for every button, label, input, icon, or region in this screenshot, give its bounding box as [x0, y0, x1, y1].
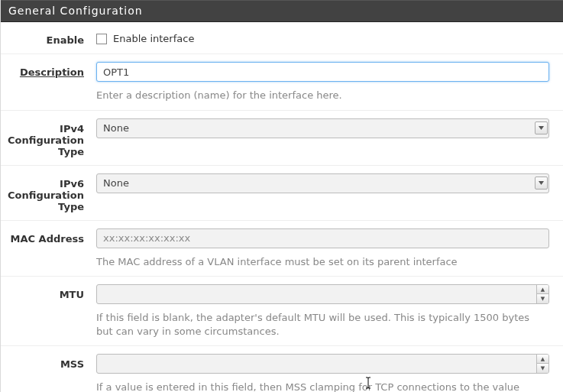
panel-header: General Configuration: [1, 0, 563, 22]
panel-title: General Configuration: [8, 5, 143, 17]
label-ipv4: IPv4 Configuration Type: [1, 118, 96, 157]
chevron-down-icon: [535, 177, 548, 190]
row-description: Description Enter a description (name) f…: [1, 54, 563, 111]
label-ipv6: IPv6 Configuration Type: [1, 173, 96, 212]
svg-marker-0: [539, 126, 544, 130]
row-ipv6-config-type: IPv6 Configuration Type None: [1, 166, 563, 221]
spinner-buttons: ▲ ▼: [536, 355, 548, 373]
ipv6-config-value: None: [103, 177, 129, 189]
mtu-step-up[interactable]: ▲: [537, 285, 548, 294]
label-description: Description: [20, 66, 84, 78]
mtu-input[interactable]: ▲ ▼: [96, 284, 549, 304]
row-enable: Enable Enable interface: [1, 22, 563, 54]
label-enable: Enable: [1, 30, 96, 46]
row-mac-address: MAC Address The MAC address of a VLAN in…: [1, 221, 563, 277]
mss-input[interactable]: ▲ ▼: [96, 354, 549, 374]
mss-help: If a value is entered in this field, the…: [96, 381, 549, 392]
ipv4-config-select[interactable]: None: [96, 118, 549, 138]
config-panel: General Configuration Enable Enable inte…: [0, 0, 563, 392]
mtu-help: If this field is blank, the adapter's de…: [96, 311, 549, 338]
mac-address-input[interactable]: [96, 228, 549, 248]
ipv6-config-select[interactable]: None: [96, 173, 549, 193]
ipv4-config-value: None: [103, 122, 129, 134]
row-mtu: MTU ▲ ▼ If this field is blank, the adap…: [1, 277, 563, 346]
svg-marker-1: [539, 181, 544, 185]
chevron-down-icon: [535, 121, 548, 134]
label-mss: MSS: [1, 354, 96, 370]
mss-text-field[interactable]: [97, 355, 536, 373]
row-ipv4-config-type: IPv4 Configuration Type None: [1, 111, 563, 166]
row-mss: MSS ▲ ▼ If a value is entered in this fi…: [1, 346, 563, 392]
enable-checkbox-label: Enable interface: [113, 33, 194, 44]
label-mac: MAC Address: [1, 228, 96, 245]
mss-step-up[interactable]: ▲: [537, 355, 548, 364]
label-mtu: MTU: [1, 284, 96, 300]
mtu-text-field[interactable]: [97, 285, 536, 303]
description-help: Enter a description (name) for the inter…: [96, 89, 549, 102]
mac-help: The MAC address of a VLAN interface must…: [96, 255, 549, 269]
spinner-buttons: ▲ ▼: [536, 285, 548, 303]
enable-checkbox[interactable]: [96, 34, 107, 44]
mss-step-down[interactable]: ▼: [537, 364, 548, 373]
mtu-step-down[interactable]: ▼: [537, 294, 548, 303]
description-input[interactable]: [96, 62, 549, 82]
